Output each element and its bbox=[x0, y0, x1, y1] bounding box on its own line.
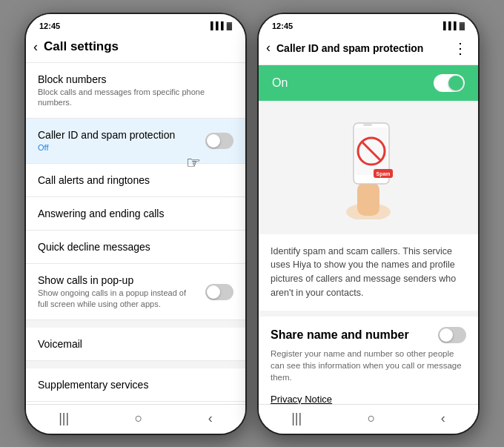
right-battery-icon: ▓ bbox=[460, 21, 465, 30]
spam-illustration: Spam bbox=[335, 116, 402, 219]
show-calls-sub: Show ongoing calls in a popup instead of… bbox=[38, 288, 186, 309]
right-status-icons: ▐▐▐ ▓ bbox=[440, 21, 465, 30]
description-text: Identify spam and scam callers. This ser… bbox=[271, 245, 466, 300]
on-toggle-bar[interactable]: On bbox=[259, 65, 478, 101]
right-signal-icon: ▐▐▐ bbox=[440, 21, 456, 30]
phones-container: 12:45 ▐▐▐ ▓ ‹ Call settings Block number… bbox=[0, 0, 504, 447]
menu-item-quick-decline[interactable]: Quick decline messages bbox=[26, 231, 245, 264]
left-page-title: Call settings bbox=[44, 39, 235, 54]
left-nav-home[interactable]: ○ bbox=[135, 411, 143, 426]
left-nav-recents[interactable]: ||| bbox=[59, 411, 69, 426]
call-alerts-text: Call alerts and ringtones bbox=[38, 174, 150, 186]
svg-rect-1 bbox=[357, 182, 379, 216]
menu-item-call-alerts[interactable]: Call alerts and ringtones bbox=[26, 164, 245, 197]
share-title: Share name and number bbox=[271, 328, 409, 342]
right-time: 12:45 bbox=[272, 21, 293, 30]
share-section: Share name and number Register your name… bbox=[259, 317, 478, 404]
voicemail-title: Voicemail bbox=[38, 338, 82, 350]
spam-protection-toggle[interactable] bbox=[434, 74, 465, 92]
voicemail-text: Voicemail bbox=[38, 338, 82, 350]
menu-item-caller-id[interactable]: Caller ID and spam protection Off bbox=[26, 119, 245, 164]
quick-decline-title: Quick decline messages bbox=[38, 241, 150, 253]
left-status-bar: 12:45 ▐▐▐ ▓ bbox=[26, 14, 245, 35]
menu-item-voicemail[interactable]: Voicemail bbox=[26, 328, 245, 361]
menu-item-supplementary[interactable]: Supplementary services bbox=[26, 368, 245, 402]
right-back-button[interactable]: ‹ bbox=[266, 40, 271, 56]
show-calls-toggle[interactable] bbox=[205, 284, 233, 300]
section-gap-2 bbox=[26, 361, 245, 368]
on-label: On bbox=[272, 76, 288, 90]
right-nav-back[interactable]: ‹ bbox=[441, 411, 445, 426]
block-numbers-title: Block numbers bbox=[38, 73, 233, 85]
left-phone: 12:45 ▐▐▐ ▓ ‹ Call settings Block number… bbox=[24, 13, 247, 435]
caller-id-title: Caller ID and spam protection bbox=[38, 129, 175, 141]
description-area: Identify spam and scam callers. This ser… bbox=[259, 234, 478, 311]
privacy-notice-link[interactable]: Privacy Notice bbox=[271, 394, 332, 404]
answering-text: Answering and ending calls bbox=[38, 208, 164, 219]
left-status-icons: ▐▐▐ ▓ bbox=[208, 21, 232, 30]
menu-item-show-calls[interactable]: Show calls in pop-up Show ongoing calls … bbox=[26, 264, 245, 320]
answering-title: Answering and ending calls bbox=[38, 208, 164, 219]
show-calls-title: Show calls in pop-up bbox=[38, 274, 186, 286]
share-description: Register your name and number so other p… bbox=[271, 348, 466, 383]
right-status-bar: 12:45 ▐▐▐ ▓ bbox=[259, 14, 478, 35]
svg-rect-8 bbox=[363, 124, 372, 126]
left-nav-back[interactable]: ‹ bbox=[208, 411, 213, 426]
battery-icon: ▓ bbox=[227, 21, 232, 30]
menu-item-answering[interactable]: Answering and ending calls bbox=[26, 197, 245, 231]
quick-decline-text: Quick decline messages bbox=[38, 241, 150, 253]
left-content: Block numbers Block calls and messages f… bbox=[26, 63, 245, 404]
right-top-bar: ‹ Caller ID and spam protection ⋮ bbox=[259, 35, 478, 65]
left-back-button[interactable]: ‹ bbox=[33, 39, 38, 55]
svg-text:Spam: Spam bbox=[376, 171, 390, 177]
right-nav-recents[interactable]: ||| bbox=[291, 411, 302, 426]
supplementary-title: Supplementary services bbox=[38, 379, 148, 391]
left-top-bar: ‹ Call settings bbox=[26, 35, 245, 63]
right-nav-bar: ||| ○ ‹ bbox=[259, 404, 478, 434]
more-options-button[interactable]: ⋮ bbox=[453, 39, 468, 57]
right-phone: 12:45 ▐▐▐ ▓ ‹ Caller ID and spam protect… bbox=[257, 13, 480, 435]
share-title-row: Share name and number bbox=[271, 327, 466, 343]
caller-id-text: Caller ID and spam protection Off bbox=[38, 129, 175, 153]
signal-icon: ▐▐▐ bbox=[208, 21, 223, 30]
show-calls-text: Show calls in pop-up Show ongoing calls … bbox=[38, 274, 186, 309]
supplementary-text: Supplementary services bbox=[38, 379, 148, 391]
left-time: 12:45 bbox=[39, 21, 60, 30]
share-toggle[interactable] bbox=[438, 327, 466, 343]
block-numbers-text: Block numbers Block calls and messages f… bbox=[38, 73, 233, 108]
right-content: On Spam bbox=[259, 65, 478, 404]
right-page-title: Caller ID and spam protection bbox=[276, 42, 453, 54]
section-gap-1 bbox=[26, 320, 245, 328]
menu-item-block-numbers[interactable]: Block numbers Block calls and messages f… bbox=[26, 63, 245, 119]
block-numbers-sub: Block calls and messages from specific p… bbox=[38, 87, 233, 108]
right-nav-home[interactable]: ○ bbox=[368, 411, 376, 426]
call-alerts-title: Call alerts and ringtones bbox=[38, 174, 150, 186]
left-nav-bar: ||| ○ ‹ bbox=[26, 404, 245, 434]
caller-id-toggle[interactable] bbox=[205, 133, 233, 149]
caller-id-sub: Off bbox=[38, 142, 175, 153]
illustration-area: Spam bbox=[259, 101, 478, 234]
